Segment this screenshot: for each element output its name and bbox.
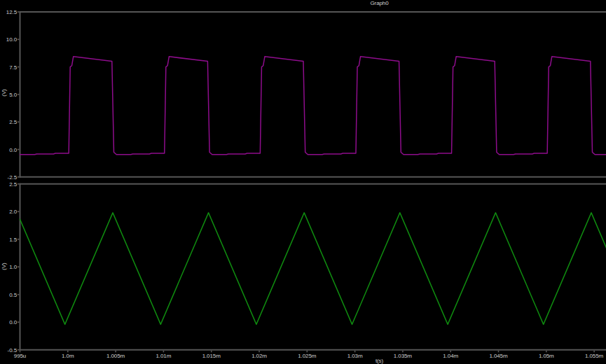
y-tick-label: 2.0 xyxy=(9,209,17,215)
y-tick-label: 1.0 xyxy=(9,264,17,270)
trace-square-wave xyxy=(20,57,606,155)
y-tick-label: 1.5 xyxy=(9,237,17,243)
y-tick-label: -2.5 xyxy=(8,174,18,181)
x-axis-label: t(s) xyxy=(0,358,606,364)
y-tick-label: 12.5 xyxy=(6,9,18,15)
graph-window: 12.510.07.55.02.50.0-2.52.52.01.51.00.50… xyxy=(0,0,606,364)
trace-triangle-wave xyxy=(20,213,606,325)
y-tick-label: 5.0 xyxy=(9,92,17,98)
y-tick-label: 7.5 xyxy=(9,64,17,71)
y-tick-label: 2.5 xyxy=(9,119,17,125)
y-tick-label: 2.5 xyxy=(9,181,17,188)
y-axis-label-bottom: (V) xyxy=(1,261,7,272)
y-tick-label: 0.0 xyxy=(9,319,17,326)
y-axis-label-top: (V) xyxy=(1,88,7,99)
y-tick-label: 0.0 xyxy=(9,147,17,153)
y-tick-label: 0.5 xyxy=(9,292,17,298)
waveform-plot: 12.510.07.55.02.50.0-2.52.52.01.51.00.50… xyxy=(0,0,606,364)
graph-title: Graph0 xyxy=(0,0,606,6)
y-tick-label: 10.0 xyxy=(6,36,18,43)
